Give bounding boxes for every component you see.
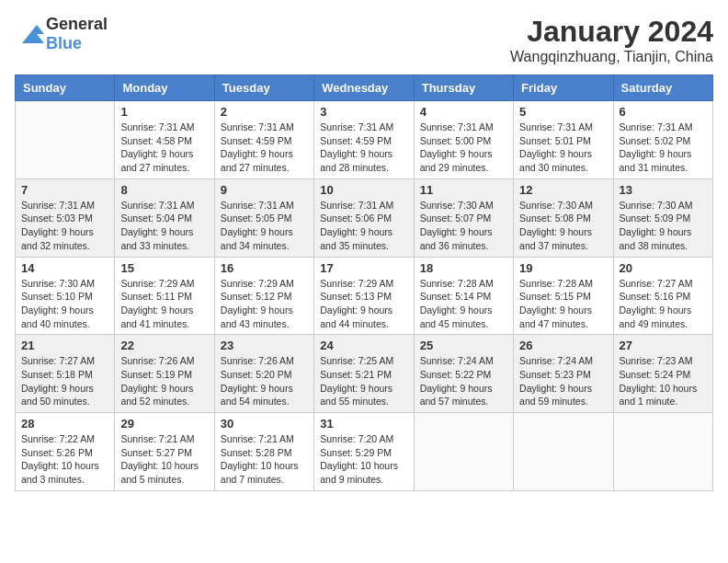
calendar-cell: 25Sunrise: 7:24 AMSunset: 5:22 PMDayligh… <box>414 335 513 413</box>
day-info: Sunrise: 7:30 AMSunset: 5:10 PMDaylight:… <box>21 277 108 331</box>
calendar-cell: 26Sunrise: 7:24 AMSunset: 5:23 PMDayligh… <box>514 335 613 413</box>
day-number: 17 <box>320 261 407 275</box>
day-number: 7 <box>21 183 108 197</box>
day-info: Sunrise: 7:31 AMSunset: 5:06 PMDaylight:… <box>320 199 407 253</box>
day-number: 31 <box>320 417 407 431</box>
day-number: 23 <box>221 339 308 352</box>
calendar-cell: 28Sunrise: 7:22 AMSunset: 5:26 PMDayligh… <box>16 413 115 491</box>
day-number: 15 <box>120 261 208 275</box>
logo-general: General <box>46 15 108 33</box>
calendar-cell <box>514 413 613 491</box>
calendar-cell: 4Sunrise: 7:31 AMSunset: 5:00 PMDaylight… <box>414 101 513 179</box>
day-number: 2 <box>221 105 308 119</box>
day-number: 10 <box>320 183 407 197</box>
weekday-header-sunday: Sunday <box>16 75 115 101</box>
week-row-2: 7Sunrise: 7:31 AMSunset: 5:03 PMDaylight… <box>16 178 713 257</box>
day-info: Sunrise: 7:30 AMSunset: 5:08 PMDaylight:… <box>519 199 607 253</box>
logo-text: General Blue <box>46 15 108 53</box>
calendar-cell: 18Sunrise: 7:28 AMSunset: 5:14 PMDayligh… <box>414 257 513 335</box>
day-number: 14 <box>21 261 108 275</box>
week-row-5: 28Sunrise: 7:22 AMSunset: 5:26 PMDayligh… <box>16 413 713 491</box>
day-info: Sunrise: 7:31 AMSunset: 4:59 PMDaylight:… <box>221 121 308 175</box>
day-info: Sunrise: 7:26 AMSunset: 5:20 PMDaylight:… <box>221 354 308 408</box>
calendar-cell: 7Sunrise: 7:31 AMSunset: 5:03 PMDaylight… <box>16 178 115 257</box>
day-number: 19 <box>519 261 607 275</box>
day-info: Sunrise: 7:28 AMSunset: 5:15 PMDaylight:… <box>519 277 607 331</box>
day-number: 20 <box>620 261 707 275</box>
day-info: Sunrise: 7:31 AMSunset: 5:02 PMDaylight:… <box>620 121 707 175</box>
day-info: Sunrise: 7:27 AMSunset: 5:18 PMDaylight:… <box>21 354 108 408</box>
calendar-cell: 14Sunrise: 7:30 AMSunset: 5:10 PMDayligh… <box>16 257 115 335</box>
calendar-cell: 20Sunrise: 7:27 AMSunset: 5:16 PMDayligh… <box>613 257 712 335</box>
day-number: 16 <box>221 261 308 275</box>
weekday-header-row: SundayMondayTuesdayWednesdayThursdayFrid… <box>16 75 713 101</box>
calendar-cell: 31Sunrise: 7:20 AMSunset: 5:29 PMDayligh… <box>314 413 414 491</box>
day-number: 6 <box>620 105 707 119</box>
day-number: 4 <box>420 105 507 119</box>
week-row-1: 1Sunrise: 7:31 AMSunset: 4:58 PMDaylight… <box>16 101 713 179</box>
location-title: Wangqinzhuang, Tianjin, China <box>510 49 713 65</box>
day-info: Sunrise: 7:24 AMSunset: 5:23 PMDaylight:… <box>519 354 607 408</box>
calendar-cell: 11Sunrise: 7:30 AMSunset: 5:07 PMDayligh… <box>414 178 513 257</box>
day-info: Sunrise: 7:30 AMSunset: 5:09 PMDaylight:… <box>620 199 707 253</box>
header: General Blue January 2024 Wangqinzhuang,… <box>15 15 713 65</box>
day-number: 3 <box>320 105 407 119</box>
weekday-header-wednesday: Wednesday <box>314 75 414 101</box>
logo: General Blue <box>15 15 108 53</box>
calendar-cell: 16Sunrise: 7:29 AMSunset: 5:12 PMDayligh… <box>214 257 313 335</box>
week-row-3: 14Sunrise: 7:30 AMSunset: 5:10 PMDayligh… <box>16 257 713 335</box>
day-info: Sunrise: 7:25 AMSunset: 5:21 PMDaylight:… <box>320 354 407 408</box>
weekday-header-tuesday: Tuesday <box>214 75 313 101</box>
day-info: Sunrise: 7:28 AMSunset: 5:14 PMDaylight:… <box>420 277 507 331</box>
day-number: 12 <box>519 183 607 197</box>
day-number: 29 <box>120 417 208 431</box>
weekday-header-saturday: Saturday <box>613 75 712 101</box>
day-number: 26 <box>519 339 607 352</box>
calendar-cell: 23Sunrise: 7:26 AMSunset: 5:20 PMDayligh… <box>214 335 313 413</box>
day-number: 1 <box>120 105 208 119</box>
day-number: 24 <box>320 339 407 352</box>
calendar-cell: 27Sunrise: 7:23 AMSunset: 5:24 PMDayligh… <box>613 335 712 413</box>
day-info: Sunrise: 7:21 AMSunset: 5:27 PMDaylight:… <box>120 432 208 487</box>
weekday-header-monday: Monday <box>115 75 214 101</box>
calendar-cell: 2Sunrise: 7:31 AMSunset: 4:59 PMDaylight… <box>214 101 313 179</box>
svg-marker-0 <box>22 25 44 43</box>
calendar-cell: 29Sunrise: 7:21 AMSunset: 5:27 PMDayligh… <box>115 413 214 491</box>
calendar-cell: 5Sunrise: 7:31 AMSunset: 5:01 PMDaylight… <box>514 101 613 179</box>
calendar-cell: 12Sunrise: 7:30 AMSunset: 5:08 PMDayligh… <box>514 178 613 257</box>
day-number: 25 <box>420 339 507 352</box>
calendar-cell: 9Sunrise: 7:31 AMSunset: 5:05 PMDaylight… <box>214 178 313 257</box>
day-info: Sunrise: 7:21 AMSunset: 5:28 PMDaylight:… <box>221 432 308 487</box>
day-info: Sunrise: 7:29 AMSunset: 5:11 PMDaylight:… <box>120 277 208 331</box>
day-info: Sunrise: 7:20 AMSunset: 5:29 PMDaylight:… <box>320 432 407 487</box>
day-info: Sunrise: 7:31 AMSunset: 5:00 PMDaylight:… <box>420 121 507 175</box>
title-area: January 2024 Wangqinzhuang, Tianjin, Chi… <box>510 15 713 65</box>
day-info: Sunrise: 7:29 AMSunset: 5:12 PMDaylight:… <box>221 277 308 331</box>
day-number: 30 <box>221 417 308 431</box>
calendar-cell: 6Sunrise: 7:31 AMSunset: 5:02 PMDaylight… <box>613 101 712 179</box>
calendar-cell: 8Sunrise: 7:31 AMSunset: 5:04 PMDaylight… <box>115 178 214 257</box>
day-info: Sunrise: 7:22 AMSunset: 5:26 PMDaylight:… <box>21 432 108 487</box>
day-info: Sunrise: 7:30 AMSunset: 5:07 PMDaylight:… <box>420 199 507 253</box>
calendar-cell <box>16 101 115 179</box>
calendar-cell: 19Sunrise: 7:28 AMSunset: 5:15 PMDayligh… <box>514 257 613 335</box>
day-info: Sunrise: 7:24 AMSunset: 5:22 PMDaylight:… <box>420 354 507 408</box>
logo-blue: Blue <box>46 34 82 52</box>
calendar-cell: 17Sunrise: 7:29 AMSunset: 5:13 PMDayligh… <box>314 257 414 335</box>
calendar-cell: 15Sunrise: 7:29 AMSunset: 5:11 PMDayligh… <box>115 257 214 335</box>
calendar-cell: 30Sunrise: 7:21 AMSunset: 5:28 PMDayligh… <box>214 413 313 491</box>
calendar-cell <box>414 413 513 491</box>
day-info: Sunrise: 7:31 AMSunset: 4:58 PMDaylight:… <box>120 121 208 175</box>
day-info: Sunrise: 7:31 AMSunset: 5:04 PMDaylight:… <box>120 199 208 253</box>
logo-icon <box>15 21 44 47</box>
day-number: 11 <box>420 183 507 197</box>
day-number: 13 <box>620 183 707 197</box>
day-number: 18 <box>420 261 507 275</box>
calendar-cell: 10Sunrise: 7:31 AMSunset: 5:06 PMDayligh… <box>314 178 414 257</box>
calendar-cell <box>613 413 712 491</box>
day-info: Sunrise: 7:23 AMSunset: 5:24 PMDaylight:… <box>620 354 707 408</box>
day-info: Sunrise: 7:31 AMSunset: 5:05 PMDaylight:… <box>221 199 308 253</box>
weekday-header-friday: Friday <box>514 75 613 101</box>
day-info: Sunrise: 7:27 AMSunset: 5:16 PMDaylight:… <box>620 277 707 331</box>
calendar-cell: 13Sunrise: 7:30 AMSunset: 5:09 PMDayligh… <box>613 178 712 257</box>
